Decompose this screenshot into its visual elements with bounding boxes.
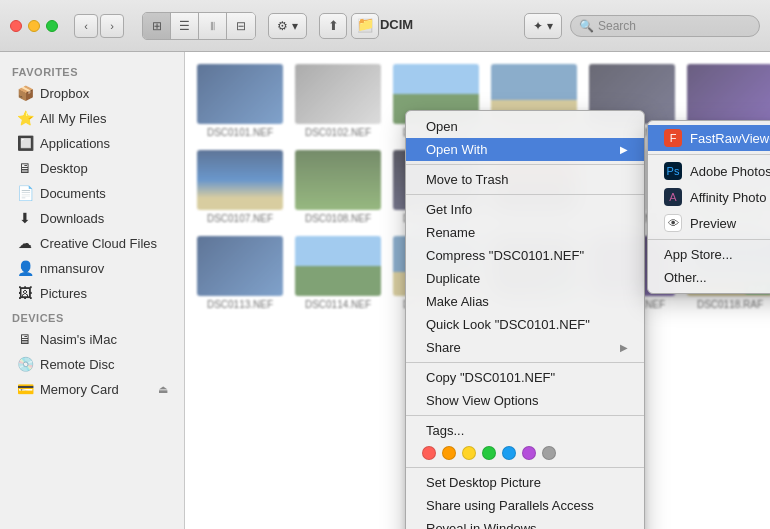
window-title: DCIM <box>380 17 413 32</box>
menu-item-copy[interactable]: Copy "DSC0101.NEF" <box>406 366 644 389</box>
dropbox-button[interactable]: ✦ ▾ <box>524 13 562 39</box>
sidebar-item-label: Remote Disc <box>40 357 114 372</box>
submenu-item-app-store[interactable]: App Store... <box>648 243 770 266</box>
forward-button[interactable]: › <box>100 14 124 38</box>
color-tag-red[interactable] <box>422 446 436 460</box>
menu-item-label: Share using Parallels Access <box>426 498 594 513</box>
maximize-button[interactable] <box>46 20 58 32</box>
back-button[interactable]: ‹ <box>74 14 98 38</box>
menu-item-set-desktop[interactable]: Set Desktop Picture <box>406 471 644 494</box>
sidebar-item-label: All My Files <box>40 111 106 126</box>
arrange-button[interactable]: ⚙ ▾ <box>268 13 307 39</box>
search-bar[interactable]: 🔍 Search <box>570 15 760 37</box>
color-tag-purple[interactable] <box>522 446 536 460</box>
menu-item-rename[interactable]: Rename <box>406 221 644 244</box>
color-tag-blue[interactable] <box>502 446 516 460</box>
dropbox-icon: ✦ <box>533 19 543 33</box>
sidebar-item-label: Nasim's iMac <box>40 332 117 347</box>
sidebar-item-remote-disc[interactable]: 💿 Remote Disc <box>4 352 180 376</box>
submenu-item-preview[interactable]: 👁 Preview <box>648 210 770 236</box>
menu-item-share[interactable]: Share ▶ <box>406 336 644 359</box>
menu-separator <box>406 362 644 363</box>
sidebar-item-label: Pictures <box>40 286 87 301</box>
open-with-submenu: F FastRawViewer (default) (1.4.3) Ps Ado… <box>647 120 770 294</box>
menu-separator <box>406 194 644 195</box>
close-button[interactable] <box>10 20 22 32</box>
main-layout: Favorites 📦 Dropbox ⭐ All My Files 🔲 App… <box>0 52 770 529</box>
sidebar-item-dropbox[interactable]: 📦 Dropbox <box>4 81 180 105</box>
sidebar-item-desktop[interactable]: 🖥 Desktop <box>4 156 180 180</box>
sidebar-item-all-my-files[interactable]: ⭐ All My Files <box>4 106 180 130</box>
submenu-item-label: FastRawViewer (default) (1.4.3) <box>690 131 770 146</box>
menu-item-show-view-options[interactable]: Show View Options <box>406 389 644 412</box>
minimize-button[interactable] <box>28 20 40 32</box>
menu-item-quick-look[interactable]: Quick Look "DSC0101.NEF" <box>406 313 644 336</box>
menu-item-label: Duplicate <box>426 271 480 286</box>
sidebar-item-applications[interactable]: 🔲 Applications <box>4 131 180 155</box>
sidebar-item-downloads[interactable]: ⬇ Downloads <box>4 206 180 230</box>
submenu-separator <box>648 154 770 155</box>
context-menu-overlay[interactable]: Open Open With ▶ Move to Trash Get Info … <box>185 52 770 529</box>
disc-icon: 💿 <box>16 356 34 372</box>
menu-item-label: Compress "DSC0101.NEF" <box>426 248 584 263</box>
menu-item-tags[interactable]: Tags... <box>406 419 644 442</box>
menu-item-compress[interactable]: Compress "DSC0101.NEF" <box>406 244 644 267</box>
menu-item-reveal-windows[interactable]: Reveal in Windows <box>406 517 644 529</box>
dropbox-sidebar-icon: 📦 <box>16 85 34 101</box>
documents-icon: 📄 <box>16 185 34 201</box>
creative-cloud-icon: ☁ <box>16 235 34 251</box>
menu-item-get-info[interactable]: Get Info <box>406 198 644 221</box>
imac-icon: 🖥 <box>16 331 34 347</box>
sidebar: Favorites 📦 Dropbox ⭐ All My Files 🔲 App… <box>0 52 185 529</box>
eject-icon[interactable]: ⏏ <box>158 383 168 396</box>
list-view-button[interactable]: ☰ <box>171 13 199 39</box>
sidebar-item-label: Desktop <box>40 161 88 176</box>
icon-view-button[interactable]: ⊞ <box>143 13 171 39</box>
memory-card-icon: 💳 <box>16 381 34 397</box>
sidebar-item-documents[interactable]: 📄 Documents <box>4 181 180 205</box>
arrange-icon: ⚙ <box>277 19 288 33</box>
menu-item-open[interactable]: Open <box>406 115 644 138</box>
share-action-button[interactable]: ⬆ <box>319 13 347 39</box>
submenu-item-other[interactable]: Other... <box>648 266 770 289</box>
color-tags-row <box>406 442 644 464</box>
color-tag-gray[interactable] <box>542 446 556 460</box>
submenu-separator <box>648 239 770 240</box>
column-view-button[interactable]: ⫴ <box>199 13 227 39</box>
menu-item-label: Show View Options <box>426 393 539 408</box>
menu-item-open-with[interactable]: Open With ▶ <box>406 138 644 161</box>
menu-item-label: Make Alias <box>426 294 489 309</box>
submenu-item-fastraw[interactable]: F FastRawViewer (default) (1.4.3) <box>648 125 770 151</box>
submenu-arrow-icon: ▶ <box>620 342 628 353</box>
desktop-icon: 🖥 <box>16 160 34 176</box>
submenu-item-label: Affinity Photo (1.5.2) <box>690 190 770 205</box>
menu-item-make-alias[interactable]: Make Alias <box>406 290 644 313</box>
sidebar-item-label: nmansurov <box>40 261 104 276</box>
preview-icon: 👁 <box>664 214 682 232</box>
cover-flow-button[interactable]: ⊟ <box>227 13 255 39</box>
color-tag-green[interactable] <box>482 446 496 460</box>
color-tag-yellow[interactable] <box>462 446 476 460</box>
submenu-item-label: Adobe Photoshop CC 2017 <box>690 164 770 179</box>
sidebar-item-label: Memory Card <box>40 382 119 397</box>
user-icon: 👤 <box>16 260 34 276</box>
menu-item-label: Move to Trash <box>426 172 508 187</box>
sidebar-item-memory-card[interactable]: 💳 Memory Card ⏏ <box>4 377 180 401</box>
sidebar-item-nasim-imac[interactable]: 🖥 Nasim's iMac <box>4 327 180 351</box>
submenu-item-label: Preview <box>690 216 736 231</box>
submenu-item-photoshop[interactable]: Ps Adobe Photoshop CC 2017 <box>648 158 770 184</box>
traffic-lights <box>10 20 58 32</box>
menu-item-share-parallels[interactable]: Share using Parallels Access <box>406 494 644 517</box>
menu-item-label: Open With <box>426 142 487 157</box>
sidebar-item-pictures[interactable]: 🖼 Pictures <box>4 281 180 305</box>
color-tag-orange[interactable] <box>442 446 456 460</box>
menu-item-move-to-trash[interactable]: Move to Trash <box>406 168 644 191</box>
sidebar-item-label: Documents <box>40 186 106 201</box>
menu-item-label: Open <box>426 119 458 134</box>
menu-item-duplicate[interactable]: Duplicate <box>406 267 644 290</box>
content-area: DSC0101.NEF DSC0102.NEF DSC0103.NEF DSC0… <box>185 52 770 529</box>
submenu-item-affinity[interactable]: A Affinity Photo (1.5.2) <box>648 184 770 210</box>
arrange-dropdown-icon: ▾ <box>292 19 298 33</box>
sidebar-item-creative-cloud[interactable]: ☁ Creative Cloud Files <box>4 231 180 255</box>
sidebar-item-nmansurov[interactable]: 👤 nmansurov <box>4 256 180 280</box>
